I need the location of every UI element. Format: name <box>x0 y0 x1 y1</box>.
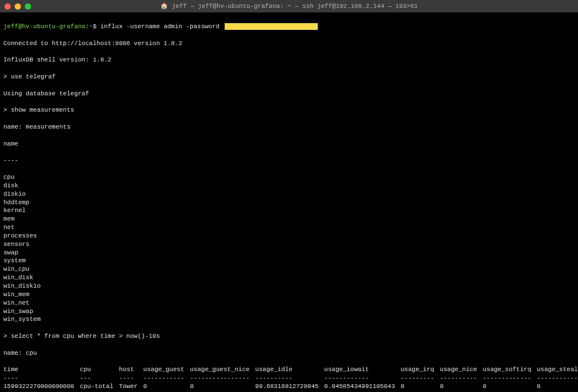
table-cell: 0 <box>190 382 255 391</box>
table-cell: 0 <box>440 382 483 391</box>
table-cell: 0 <box>143 382 190 391</box>
table-cell: cpu-total <box>80 382 119 391</box>
show-cmd-line: > show measurements <box>3 106 575 114</box>
measurement-item: win_diskio <box>3 282 575 290</box>
name-label: name <box>3 140 575 148</box>
measurement-item: sensors <box>3 240 575 249</box>
table-cell: 0 <box>537 382 578 391</box>
terminal-viewport[interactable]: jeff@hv-ubuntu-grafana:~$ influx -userna… <box>0 12 578 392</box>
table-dash-cell: ---- <box>119 374 143 382</box>
table-dash-row: ----------------------------------------… <box>3 374 578 382</box>
prompt-line: jeff@hv-ubuntu-grafana:~$ influx -userna… <box>3 23 575 31</box>
table-dash-cell: ---------------- <box>190 374 255 382</box>
prompt-command: influx -username admin -password <box>97 23 220 30</box>
window-title: 🏠 jeff — jeff@hv-ubuntu-grafana: ~ — ssh… <box>0 2 578 11</box>
measurement-item: win_disk <box>3 274 575 282</box>
cpu-table: timecpuhostusage_guestusage_guest_niceus… <box>3 365 578 392</box>
table-column-header: usage_idle <box>255 365 324 374</box>
measurement-item: hddtemp <box>3 199 575 207</box>
measurement-item: cpu <box>3 173 575 182</box>
table-dash-cell: --- <box>80 374 119 382</box>
table-cell: 0 <box>401 382 440 391</box>
measurement-item: win_cpu <box>3 265 575 274</box>
close-icon[interactable] <box>5 3 11 10</box>
table-column-header: usage_softirq <box>483 365 537 374</box>
table-column-header: usage_irq <box>401 365 440 374</box>
table-body: 1599322270000000000cpu-totalTower0099.68… <box>3 382 578 392</box>
select-cmd-line: > select * from cpu where time > now()-1… <box>3 332 575 341</box>
table-dash-cell: ----------- <box>143 374 190 382</box>
table-column-header: cpu <box>80 365 119 374</box>
use-cmd-line: > use telegraf <box>3 73 575 81</box>
minimize-icon[interactable] <box>15 3 21 10</box>
window-titlebar: 🏠 jeff — jeff@hv-ubuntu-grafana: ~ — ssh… <box>0 0 578 12</box>
table-column-header: usage_nice <box>440 365 483 374</box>
prompt-user-host: jeff@hv-ubuntu-grafana <box>3 23 85 30</box>
measurement-item: net <box>3 223 575 232</box>
table-column-header: time <box>3 365 80 374</box>
traffic-lights <box>5 3 31 10</box>
table-column-header: usage_guest <box>143 365 190 374</box>
table-column-header: usage_guest_nice <box>190 365 255 374</box>
table-header-row: timecpuhostusage_guestusage_guest_niceus… <box>3 365 578 374</box>
table-dash-cell: ---------- <box>255 374 324 382</box>
table-cell: Tower <box>119 382 143 391</box>
prompt-sep: : <box>85 23 89 30</box>
measurement-item: kernel <box>3 206 575 215</box>
table-column-header: usage_iowait <box>324 365 400 374</box>
measurement-item: diskio <box>3 190 575 199</box>
measurements-list: cpudiskdiskiohddtempkernelmemnetprocesse… <box>3 173 575 324</box>
measurement-item: win_mem <box>3 290 575 299</box>
table-row: 1599322270000000000cpu-totalTower0099.68… <box>3 382 578 391</box>
table-dash-cell: ---------- <box>440 374 483 382</box>
redacted-password <box>225 23 318 30</box>
table-cell: 99.68318812720945 <box>255 382 324 391</box>
table-cell: 0.04585434991105043 <box>324 382 400 391</box>
table-column-header: host <box>119 365 143 374</box>
maximize-icon[interactable] <box>25 3 31 10</box>
table-dash-cell: ------------ <box>324 374 400 382</box>
measurement-item: swap <box>3 249 575 257</box>
measurement-item: disk <box>3 182 575 190</box>
table-dash-cell: ---- <box>3 374 80 382</box>
table-cell: 1599322270000000000 <box>3 382 80 391</box>
table-column-header: usage_steal <box>537 365 578 374</box>
measurement-item: win_swap <box>3 307 575 316</box>
connect-line: Connected to http://localhost:8086 versi… <box>3 39 575 48</box>
name-dashes: ---- <box>3 156 575 165</box>
measurement-item: win_system <box>3 315 575 324</box>
measurement-item: system <box>3 257 575 265</box>
table-dash-cell: ----------- <box>537 374 578 382</box>
use-resp-line: Using database telegraf <box>3 90 575 98</box>
table-dash-cell: ------------- <box>483 374 537 382</box>
home-icon: 🏠 <box>160 2 168 11</box>
measurements-header: name: measurements <box>3 123 575 131</box>
select-header: name: cpu <box>3 349 575 358</box>
measurement-item: mem <box>3 215 575 223</box>
measurement-item: win_net <box>3 299 575 307</box>
measurement-item: processes <box>3 232 575 240</box>
shell-version-line: InfluxDB shell version: 1.8.2 <box>3 56 575 64</box>
window-title-text: jeff — jeff@hv-ubuntu-grafana: ~ — ssh j… <box>172 3 418 10</box>
table-cell: 0 <box>483 382 537 391</box>
table-dash-cell: --------- <box>401 374 440 382</box>
